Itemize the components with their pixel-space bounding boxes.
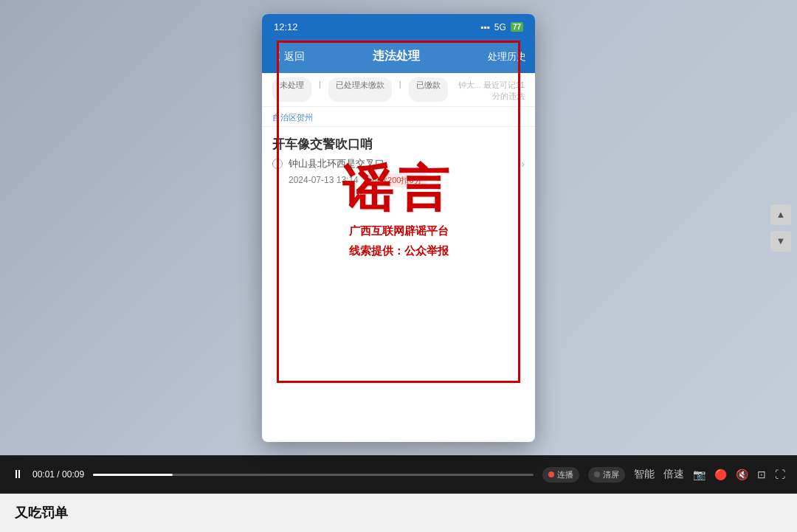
battery-icon: 77 (511, 22, 523, 32)
beisu-label[interactable]: 倍速 (663, 468, 684, 481)
volume-icon[interactable]: 🔇 (736, 469, 748, 480)
qingping-control[interactable]: 清屏 (588, 467, 625, 483)
play-pause-button[interactable]: ⏸ (12, 468, 24, 481)
video-title-bar: 又吃罚单 (0, 494, 797, 532)
signal-icon: ▪▪▪ (480, 22, 490, 32)
network-type: 5G (494, 22, 506, 32)
scrollbar: ▲ ▼ (770, 204, 791, 252)
rumor-sub-text: 广西互联网辟谣平台 线索提供：公众举报 (349, 221, 449, 260)
scroll-up-button[interactable]: ▲ (770, 204, 791, 225)
video-area: 12:12 ▪▪▪ 5G 77 〈 返回 违法处理 处理历史 (0, 0, 797, 455)
fullscreen-icon[interactable]: ⛶ (775, 469, 785, 480)
chevron-right-icon: › (521, 158, 525, 170)
time-indicator: 00:01 / 00:09 (32, 469, 84, 480)
phone-inner: 12:12 ▪▪▪ 5G 77 〈 返回 违法处理 处理历史 (262, 14, 535, 442)
scroll-down-button[interactable]: ▼ (770, 231, 791, 252)
lianbo-control[interactable]: 连播 (542, 467, 579, 483)
time-display: 12:12 (274, 21, 298, 32)
status-right: ▪▪▪ 5G 77 (480, 22, 523, 32)
control-bar: ⏸ 00:01 / 00:09 连播 清屏 智能 倍速 📷 🔴 🔇 ⊡ ⛶ (0, 455, 797, 494)
progress-bar[interactable] (93, 474, 534, 476)
video-title: 又吃罚单 (15, 504, 68, 522)
progress-fill (93, 474, 172, 476)
lianbo-dot (548, 471, 554, 477)
zhineng-label[interactable]: 智能 (634, 468, 655, 481)
screenshot-icon[interactable]: 📷 (693, 469, 705, 480)
pip2-icon[interactable]: ⊡ (757, 469, 766, 480)
rumor-overlay: 谣言 广西互联网辟谣平台 线索提供：公众举报 (277, 41, 520, 383)
rumor-line2: 线索提供：公众举报 (349, 241, 449, 260)
rumor-line1: 广西互联网辟谣平台 (349, 221, 449, 241)
phone-mockup: 12:12 ▪▪▪ 5G 77 〈 返回 违法处理 处理历史 (262, 14, 535, 442)
video-player: 12:12 ▪▪▪ 5G 77 〈 返回 违法处理 处理历史 (0, 0, 797, 532)
rumor-main-text: 谣言 (342, 163, 455, 213)
pip-icon[interactable]: 🔴 (714, 469, 727, 480)
lianbo-label: 连播 (557, 469, 573, 480)
qingping-dot (594, 471, 600, 477)
status-bar: 12:12 ▪▪▪ 5G 77 (262, 14, 535, 41)
qingping-label: 清屏 (603, 469, 619, 480)
